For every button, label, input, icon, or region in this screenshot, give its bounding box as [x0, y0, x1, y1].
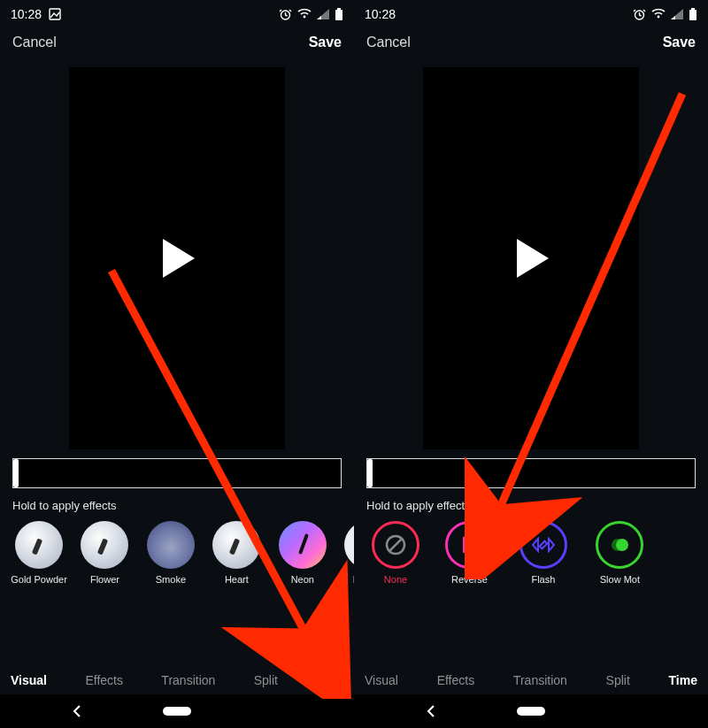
svg-point-11	[658, 16, 660, 19]
svg-marker-7	[163, 239, 195, 278]
top-bar: Cancel Save	[0, 25, 354, 60]
effect-thumb	[147, 521, 195, 569]
clock-text: 10:28	[11, 7, 42, 21]
effect-slow-motion[interactable]: Slow Mot	[583, 521, 656, 586]
time-effects-scroll[interactable]: None Reverse Flash Slow Mot	[354, 521, 708, 606]
home-nav-icon[interactable]	[517, 707, 545, 716]
tab-visual[interactable]: Visual	[11, 673, 47, 687]
tab-visual[interactable]: Visual	[365, 673, 398, 687]
reverse-icon	[445, 521, 493, 569]
tab-split[interactable]: Split	[254, 673, 278, 687]
svg-marker-16	[517, 239, 549, 278]
effect-smoke[interactable]: Smoke	[142, 521, 199, 586]
tabs: Visual Effects Transition Split Time	[354, 666, 708, 694]
tab-time[interactable]: Time	[669, 673, 697, 687]
svg-point-21	[616, 539, 628, 551]
effect-reverse[interactable]: Reverse	[435, 521, 503, 586]
svg-rect-14	[689, 10, 696, 20]
effect-flower[interactable]: Flower	[76, 521, 133, 586]
slowmo-icon	[596, 521, 643, 569]
status-bar: 10:28	[354, 0, 708, 25]
svg-line-18	[389, 539, 402, 551]
effect-thumb	[344, 521, 354, 569]
svg-marker-3	[317, 9, 329, 19]
effects-scroll[interactable]: Gold Powder Flower Smoke Heart Neon Rain…	[0, 521, 354, 606]
tabs: Visual Effects Transition Split Time	[0, 666, 354, 694]
effect-neon[interactable]: Neon	[274, 521, 331, 586]
svg-rect-22	[517, 707, 545, 716]
tab-transition[interactable]: Transition	[161, 673, 215, 687]
svg-point-2	[304, 16, 306, 19]
svg-rect-8	[163, 707, 191, 716]
right-screenshot: 10:28 Cancel Save Hold to apply effects	[354, 0, 708, 728]
signal-icon	[317, 9, 329, 19]
svg-rect-5	[335, 10, 342, 20]
svg-rect-15	[691, 8, 695, 10]
save-button[interactable]: Save	[309, 34, 342, 50]
flash-icon	[519, 521, 567, 569]
play-icon[interactable]	[513, 239, 549, 278]
back-nav-icon[interactable]	[71, 705, 83, 717]
left-screenshot: 10:28 Cancel Save Hold to apply e	[0, 0, 354, 728]
cancel-button[interactable]: Cancel	[12, 34, 57, 50]
effect-none[interactable]: None	[365, 521, 427, 586]
effect-thumb	[15, 521, 63, 569]
battery-icon	[335, 8, 343, 21]
status-bar: 10:28	[0, 0, 354, 25]
hint-text: Hold to apply effects	[354, 494, 708, 521]
play-icon[interactable]	[159, 239, 195, 278]
wifi-icon	[651, 9, 666, 19]
clock-text: 10:28	[365, 7, 396, 21]
timeline-handle[interactable]	[367, 459, 373, 487]
android-nav-bar	[354, 694, 708, 728]
home-nav-icon[interactable]	[163, 707, 191, 716]
timeline-handle[interactable]	[13, 459, 19, 487]
svg-marker-12	[671, 9, 683, 19]
alarm-icon	[279, 8, 292, 21]
tab-transition[interactable]: Transition	[513, 673, 567, 687]
effect-flash[interactable]: Flash	[512, 521, 574, 586]
video-preview[interactable]	[69, 67, 285, 449]
tab-effects[interactable]: Effects	[85, 673, 123, 687]
android-nav-bar	[0, 694, 354, 728]
svg-rect-6	[337, 8, 341, 10]
wifi-icon	[297, 9, 312, 19]
effect-thumb	[81, 521, 128, 569]
timeline[interactable]	[12, 458, 342, 488]
tab-split[interactable]: Split	[606, 673, 630, 687]
back-nav-icon[interactable]	[425, 705, 437, 717]
none-icon	[372, 521, 419, 569]
signal-icon	[671, 9, 683, 19]
tab-effects[interactable]: Effects	[437, 673, 475, 687]
save-button[interactable]: Save	[663, 34, 696, 50]
effect-heart[interactable]: Heart	[208, 521, 265, 586]
hint-text: Hold to apply effects	[0, 494, 354, 521]
effect-thumb	[279, 521, 327, 569]
effect-rainbo[interactable]: Rainbo	[340, 521, 354, 586]
effect-thumb	[212, 521, 260, 569]
top-bar: Cancel Save	[354, 25, 708, 60]
picture-icon	[49, 8, 61, 20]
timeline[interactable]	[366, 458, 696, 488]
battery-icon	[689, 8, 697, 21]
alarm-icon	[633, 8, 646, 21]
svg-rect-19	[540, 541, 547, 548]
cancel-button[interactable]: Cancel	[366, 34, 411, 50]
tab-time[interactable]: Time	[316, 673, 343, 687]
effect-gold-powder[interactable]: Gold Powder	[11, 521, 67, 586]
video-preview[interactable]	[423, 67, 639, 449]
